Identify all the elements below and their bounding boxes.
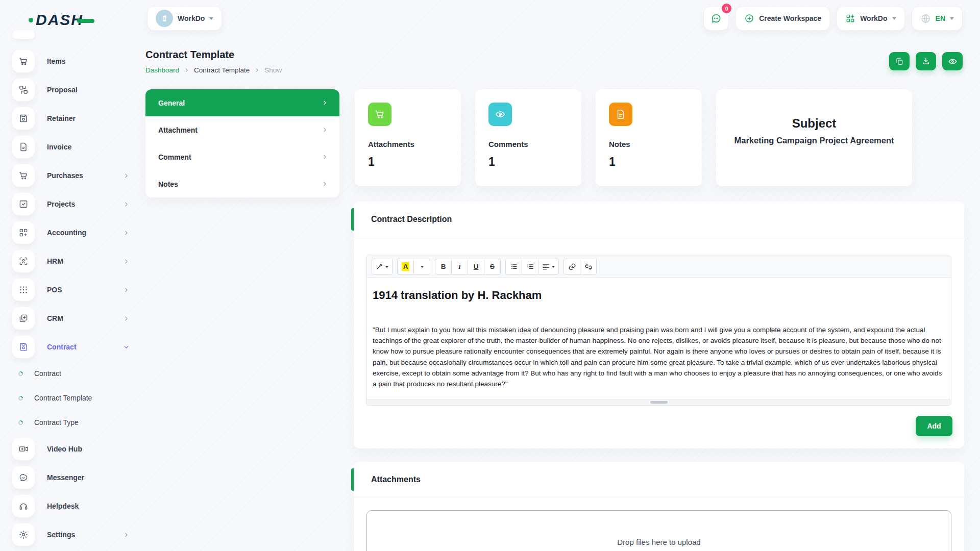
breadcrumb-section: Contract Template bbox=[194, 66, 250, 74]
section-header: Attachments bbox=[354, 462, 964, 497]
sidebar-item-video-hub[interactable]: Video Hub bbox=[0, 435, 145, 463]
building-icon bbox=[159, 13, 169, 23]
sidebar-item-retainer[interactable]: Retainer bbox=[0, 104, 145, 133]
numbered-list-icon bbox=[526, 263, 534, 270]
check-square-icon bbox=[12, 193, 35, 215]
sidebar-item-items[interactable]: Items bbox=[0, 47, 145, 76]
unordered-list-button[interactable] bbox=[505, 259, 522, 274]
add-button[interactable]: Add bbox=[916, 416, 952, 436]
sidebar-item-label: Messenger bbox=[47, 473, 84, 482]
italic-button[interactable]: I bbox=[451, 259, 468, 274]
chevron-right-icon bbox=[322, 181, 328, 187]
sidebar-subitem-contract[interactable]: Contract bbox=[0, 361, 145, 386]
subject-value: Marketing Campaign Project Agreement bbox=[724, 136, 904, 145]
sidebar-item-label: POS bbox=[47, 286, 62, 294]
grid-plus-icon bbox=[12, 221, 35, 244]
preview-button[interactable] bbox=[942, 52, 963, 70]
chevron-right-icon bbox=[123, 201, 130, 208]
underline-button[interactable]: U bbox=[468, 259, 484, 274]
sidebar-item-contract[interactable]: Contract bbox=[0, 333, 145, 361]
sidebar-item-label: HRM bbox=[47, 257, 63, 265]
sidebar-item-invoice[interactable]: Invoice bbox=[0, 133, 145, 161]
section-header: Contract Description bbox=[354, 202, 964, 237]
notification-badge: 0 bbox=[722, 4, 731, 13]
sidebar-item-messenger[interactable]: Messenger bbox=[0, 463, 145, 492]
sidebar-item-label: Video Hub bbox=[47, 445, 82, 453]
breadcrumb-dashboard-link[interactable]: Dashboard bbox=[145, 66, 179, 74]
strikethrough-button[interactable]: S bbox=[484, 259, 501, 274]
ordered-list-button[interactable] bbox=[522, 259, 538, 274]
tab-notes[interactable]: Notes bbox=[145, 170, 339, 197]
messages-button[interactable]: 0 bbox=[703, 6, 729, 31]
paragraph-align-button[interactable] bbox=[538, 259, 559, 274]
stat-value: 1 bbox=[609, 155, 689, 169]
editor-content[interactable]: 1914 translation by H. Rackham "But I mu… bbox=[367, 278, 951, 399]
chevron-right-icon bbox=[322, 99, 328, 106]
dots-grid-icon bbox=[12, 279, 35, 301]
link-icon bbox=[568, 263, 576, 271]
language-selector[interactable]: EN bbox=[912, 6, 963, 31]
sidebar-item-label: Projects bbox=[47, 200, 75, 208]
style-button[interactable] bbox=[372, 259, 393, 274]
create-workspace-button[interactable]: Create Workspace bbox=[736, 6, 830, 31]
sidebar-item-accounting[interactable]: Accounting bbox=[0, 218, 145, 247]
sidebar-item-hrm[interactable]: HRM bbox=[0, 247, 145, 276]
sidebar-item-partial bbox=[12, 31, 35, 39]
sidebar-item-pos[interactable]: POS bbox=[0, 276, 145, 304]
page-actions bbox=[889, 52, 963, 70]
breadcrumb: Dashboard Contract Template Show bbox=[145, 66, 282, 74]
topbar-actions: 0 Create Workspace WorkDo EN bbox=[703, 6, 963, 31]
stat-card-comments: Comments 1 bbox=[475, 89, 581, 186]
dropzone-text: Drop files here to upload bbox=[617, 538, 700, 546]
section-title: Contract Description bbox=[371, 215, 452, 224]
sidebar-subitem-contract-type[interactable]: Contract Type bbox=[0, 410, 145, 435]
file-dropzone[interactable]: Drop files here to upload bbox=[366, 510, 951, 551]
duplicate-button[interactable] bbox=[889, 52, 910, 70]
section-title: Attachments bbox=[371, 475, 421, 484]
font-color-dropdown[interactable] bbox=[413, 259, 430, 274]
language-code: EN bbox=[936, 14, 945, 22]
chevron-right-icon bbox=[123, 287, 130, 293]
note-icon bbox=[609, 103, 632, 126]
workspace-switcher[interactable]: WorkDo bbox=[147, 6, 222, 31]
chevron-right-icon bbox=[123, 315, 130, 322]
workspace-menu-button[interactable]: WorkDo bbox=[837, 6, 904, 31]
chevron-down-icon bbox=[950, 17, 954, 20]
workspace-grid-icon bbox=[845, 13, 855, 23]
detail-menu-card: General Attachment Comment Notes bbox=[145, 89, 339, 197]
contract-description-card: Contract Description A B bbox=[354, 202, 964, 448]
subject-title: Subject bbox=[792, 116, 837, 131]
sidebar-item-purchases[interactable]: Purchases bbox=[0, 161, 145, 190]
sidebar-item-proposal[interactable]: Proposal bbox=[0, 76, 145, 104]
eye-icon bbox=[948, 57, 958, 66]
download-button[interactable] bbox=[916, 52, 936, 70]
bold-button[interactable]: B bbox=[435, 259, 452, 274]
sidebar-item-projects[interactable]: Projects bbox=[0, 190, 145, 218]
tab-attachment[interactable]: Attachment bbox=[145, 116, 339, 143]
sidebar-item-crm[interactable]: CRM bbox=[0, 304, 145, 333]
sidebar-item-helpdesk[interactable]: Helpdesk bbox=[0, 492, 145, 520]
magic-wand-icon bbox=[376, 263, 383, 270]
sidebar-subitem-label: Contract bbox=[34, 369, 61, 378]
sidebar-item-settings[interactable]: Settings bbox=[0, 520, 145, 549]
font-color-button[interactable]: A bbox=[397, 259, 414, 274]
logo-dot bbox=[29, 18, 33, 22]
unlink-button[interactable] bbox=[580, 259, 597, 274]
bullet-icon bbox=[17, 370, 24, 377]
tab-label: Attachment bbox=[158, 126, 198, 134]
breadcrumb-current: Show bbox=[264, 66, 282, 74]
insert-link-button[interactable] bbox=[564, 259, 580, 274]
chevron-right-icon bbox=[123, 230, 130, 236]
editor-paragraph: "But I must explain to you how all this … bbox=[373, 324, 945, 389]
sidebar-item-label: Retainer bbox=[47, 114, 76, 122]
chevron-down-icon bbox=[892, 17, 896, 20]
video-camera-icon bbox=[12, 438, 35, 460]
sidebar-subitem-contract-template[interactable]: Contract Template bbox=[0, 386, 145, 410]
app-logo: DASH bbox=[29, 11, 94, 29]
unlink-icon bbox=[584, 263, 593, 271]
cart-icon bbox=[12, 164, 35, 187]
tab-comment[interactable]: Comment bbox=[145, 143, 339, 170]
caret-icon bbox=[421, 266, 424, 268]
tab-general[interactable]: General bbox=[145, 89, 339, 116]
resize-grip[interactable] bbox=[650, 401, 668, 404]
